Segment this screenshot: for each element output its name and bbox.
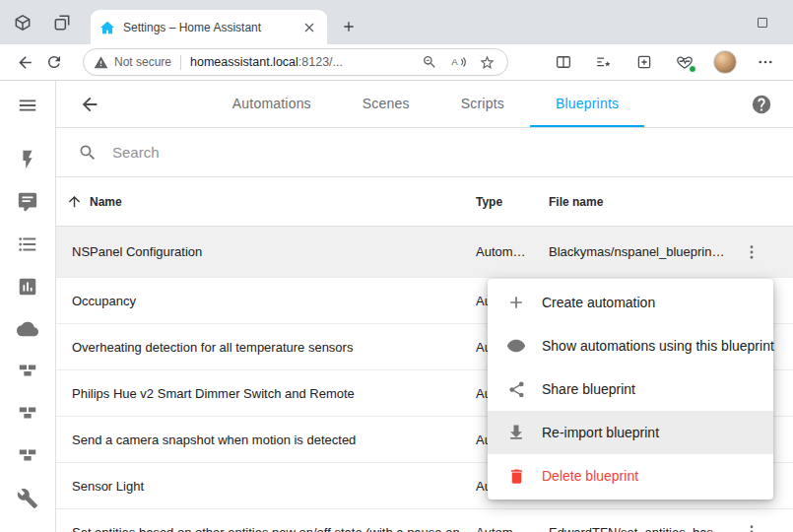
- address-bar[interactable]: Not secure homeassistant.local:8123/... …: [83, 48, 508, 76]
- url-text[interactable]: homeassistant.local:8123/...: [190, 55, 412, 69]
- row-name-cell: Occupancy: [56, 294, 476, 308]
- refresh-button[interactable]: [39, 47, 69, 77]
- wrench-icon: [17, 488, 38, 509]
- tab-scenes[interactable]: Scenes: [337, 81, 435, 127]
- read-aloud-icon[interactable]: A: [447, 51, 469, 73]
- table-row[interactable]: NSPanel Configuration Autom… Blackymas/n…: [56, 227, 793, 278]
- bricks-icon: [17, 361, 38, 382]
- menu-item-share-blueprint[interactable]: Share blueprint: [488, 367, 773, 411]
- sidebar-menu-icon[interactable]: [9, 87, 46, 124]
- column-header-name[interactable]: Name: [56, 193, 476, 210]
- menu-item-label: Create automation: [542, 295, 655, 310]
- favorite-star-icon[interactable]: [476, 51, 497, 73]
- profile-avatar[interactable]: [711, 48, 739, 76]
- window-controls: [748, 0, 793, 44]
- back-button[interactable]: [10, 47, 39, 77]
- trash-icon: [505, 465, 527, 487]
- tab-automations[interactable]: Automations: [207, 81, 337, 127]
- row-overflow-menu-icon[interactable]: [726, 509, 777, 532]
- row-type-cell: Autom…: [476, 244, 549, 259]
- header-name-label: Name: [90, 195, 122, 209]
- sidebar-item-energy[interactable]: [7, 138, 48, 180]
- settings-menu-icon[interactable]: [752, 48, 779, 76]
- warning-icon: [94, 55, 108, 70]
- search-bar: [56, 128, 793, 177]
- eye-icon: [505, 335, 527, 357]
- row-name-cell: Set entities based on other entities new…: [56, 525, 476, 532]
- workspaces-icon[interactable]: [10, 10, 35, 35]
- menu-item-label: Show automations using this blueprint: [542, 338, 774, 354]
- bricks-icon: [17, 445, 38, 467]
- browser-toolbar: Not secure homeassistant.local:8123/... …: [0, 44, 793, 81]
- plus-icon: [505, 292, 527, 313]
- browser-tab[interactable]: Settings – Home Assistant: [91, 10, 327, 44]
- help-icon[interactable]: [742, 85, 781, 124]
- titlebar-left-actions: [0, 0, 75, 44]
- table-row[interactable]: Set entities based on other entities new…: [56, 509, 793, 532]
- svg-text:A: A: [451, 56, 458, 67]
- site-security-chip[interactable]: Not secure: [94, 55, 171, 70]
- row-name-cell: Sensor Light: [56, 479, 476, 494]
- menu-item-delete-blueprint[interactable]: Delete blueprint: [488, 454, 773, 498]
- sidebar-item-cloud[interactable]: [7, 307, 48, 350]
- maximize-button[interactable]: [748, 8, 777, 37]
- row-name-cell: NSPanel Configuration: [56, 244, 476, 259]
- comment-icon: [17, 191, 38, 213]
- ha-top-bar: Automations Scenes Scripts Blueprints: [56, 81, 793, 128]
- list-icon: [17, 233, 38, 255]
- browser-titlebar: Settings – Home Assistant: [0, 0, 793, 44]
- sidebar-item-tools[interactable]: [7, 477, 48, 519]
- bricks-icon: [17, 403, 38, 425]
- ha-sidebar: [0, 81, 56, 532]
- browser-essentials-icon[interactable]: [671, 48, 698, 76]
- toolbar-right-icons: [550, 48, 783, 76]
- search-input[interactable]: [112, 144, 771, 161]
- sidebar-item-devices-1[interactable]: [7, 350, 48, 392]
- sidebar-item-devices-2[interactable]: [7, 392, 48, 434]
- row-name-cell: Send a camera snapshot when motion is de…: [56, 432, 476, 447]
- tab-blueprints[interactable]: Blueprints: [530, 81, 644, 127]
- menu-item-show-automations[interactable]: Show automations using this blueprint: [488, 324, 773, 367]
- tab-close-icon[interactable]: [300, 19, 318, 36]
- tab-title: Settings – Home Assistant: [123, 21, 293, 34]
- cloud-icon: [17, 318, 38, 340]
- home-assistant-favicon: [99, 20, 115, 35]
- collections-icon[interactable]: [630, 48, 658, 76]
- favorites-icon[interactable]: [590, 48, 618, 76]
- row-file-cell: Blackymas/nspanel_blueprin…: [549, 244, 726, 259]
- blueprint-context-menu: Create automation Show automations using…: [488, 279, 773, 499]
- row-type-cell: Autom…: [476, 525, 549, 532]
- security-label: Not secure: [114, 55, 171, 69]
- settings-tabs: Automations Scenes Scripts Blueprints: [109, 81, 742, 127]
- zoom-indicator-icon[interactable]: [419, 51, 440, 73]
- menu-item-reimport-blueprint[interactable]: Re-import blueprint: [488, 411, 773, 454]
- row-name-cell: Overheating detection for all temperatur…: [56, 340, 476, 355]
- chart-box-icon: [17, 276, 38, 298]
- address-divider: [180, 55, 181, 70]
- table-header: Name Type File name: [56, 177, 793, 227]
- sidebar-item-history[interactable]: [7, 265, 48, 307]
- column-header-file[interactable]: File name: [549, 195, 726, 209]
- essentials-status-dot: [689, 65, 696, 73]
- tab-scripts[interactable]: Scripts: [435, 81, 530, 127]
- menu-item-label: Delete blueprint: [542, 468, 638, 484]
- sidebar-item-devices-3[interactable]: [7, 434, 48, 477]
- ha-back-button[interactable]: [70, 85, 109, 124]
- row-file-cell: EdwardTFN/set_entities_bas…: [549, 525, 726, 532]
- sidebar-item-logbook[interactable]: [7, 180, 48, 223]
- lightning-icon: [17, 149, 38, 170]
- search-icon: [78, 143, 98, 163]
- sidebar-item-todo-lists[interactable]: [7, 223, 48, 265]
- download-icon: [505, 422, 527, 443]
- menu-item-label: Re-import blueprint: [542, 425, 659, 440]
- share-icon: [505, 378, 527, 400]
- row-name-cell: Philips Hue v2 Smart Dimmer Switch and R…: [56, 386, 476, 401]
- row-overflow-menu-icon[interactable]: [726, 227, 777, 277]
- split-screen-icon[interactable]: [550, 48, 577, 76]
- sort-ascending-icon: [66, 193, 83, 210]
- menu-item-label: Share blueprint: [542, 381, 635, 397]
- column-header-type[interactable]: Type: [476, 195, 549, 209]
- menu-item-create-automation[interactable]: Create automation: [488, 281, 773, 324]
- tab-actions-icon[interactable]: [49, 10, 75, 35]
- new-tab-button[interactable]: [335, 13, 363, 40]
